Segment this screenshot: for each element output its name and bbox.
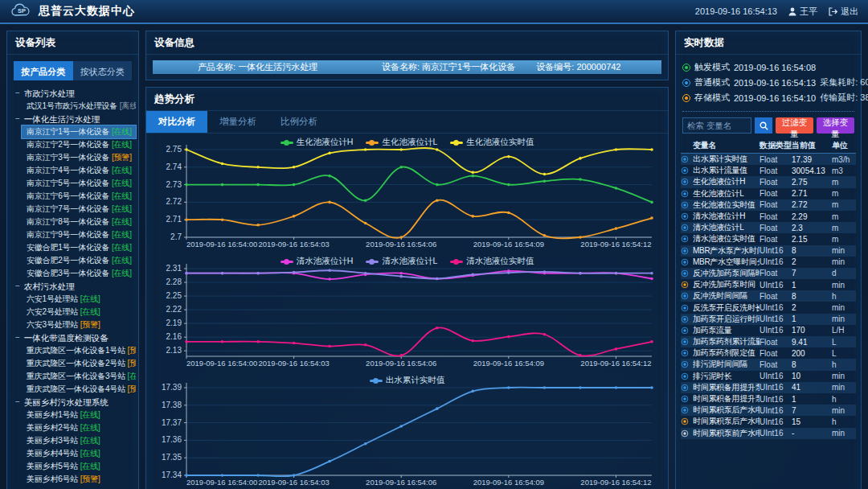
table-row[interactable]: 清水池液位实时值Float2.15m [681, 233, 856, 244]
user-menu[interactable]: 王平 [788, 6, 817, 18]
device-item[interactable]: 重庆武隆区一体化设备2号站 [预警] [22, 357, 136, 370]
variable-name: 反冲洗加药泵间隔时间 [693, 268, 760, 279]
device-item[interactable]: 南京江宁4号一体化设备 [在线] [22, 164, 136, 177]
variable-status-icon-cell [681, 315, 693, 323]
mode-extra: 采集耗时: 60 ms [820, 76, 868, 88]
device-group[interactable]: −市政污水处理 [7, 87, 138, 100]
tab-by-status[interactable]: 按状态分类 [73, 61, 133, 80]
device-item[interactable]: 美丽乡村2号站 [在线] [22, 421, 136, 434]
variable-status-icon [682, 293, 689, 300]
device-item[interactable]: 安徽合肥3号一体化设备 [在线] [22, 267, 136, 280]
device-item[interactable]: 南京江宁6号一体化设备 [在线] [22, 190, 136, 203]
table-row[interactable]: 反洗泵开启反洗时长UInt162min [681, 302, 856, 313]
device-group[interactable]: −农村污水处理 [7, 280, 138, 293]
device-item[interactable]: 重庆武隆区一体化设备3号站 [在线] [22, 370, 136, 383]
device-item[interactable]: 南京江宁1号一体化设备 [在线] [22, 125, 136, 138]
tab-compare-analysis[interactable]: 对比分析 [146, 111, 207, 133]
table-row[interactable]: 加药泵药剂累计流量Float9.41L [681, 336, 856, 347]
variable-value: 2.29 [792, 212, 832, 221]
variable-status-icon [682, 224, 689, 232]
center-column: 设备信息 产品名称: 一体化生活污水处理 设备名称: 南京江宁1号一体化设备 设… [145, 31, 669, 489]
table-row[interactable]: 时间累积泵前产水电动阀分UInt16-min [681, 428, 856, 439]
svg-text:2.31: 2.31 [166, 264, 182, 273]
variable-name: MBR产水泵产水时间分 [693, 245, 760, 257]
device-item[interactable]: 美丽乡村1号站 [在线] [22, 409, 136, 421]
tab-ratio-analysis[interactable]: 比例分析 [268, 111, 330, 133]
device-group[interactable]: −一体化带温度检测设备 [7, 331, 138, 344]
variable-status-icon [682, 384, 689, 392]
device-group[interactable]: −一体化生活污水处理 [7, 113, 138, 125]
device-item[interactable]: 安徽合肥2号一体化设备 [在线] [22, 254, 136, 267]
device-group-label: 一体化带温度检测设备 [24, 331, 108, 344]
table-row[interactable]: MBR产水泵产水时间分UInt168min [681, 245, 856, 257]
variable-value: 8 [792, 360, 832, 369]
table-row[interactable]: 清水池液位计HFloat2.29m [681, 211, 856, 222]
table-row[interactable]: MBR产水空曝时间分UInt162min [681, 257, 856, 268]
device-item[interactable]: 重庆武隆区一体化设备4号站 [预警] [22, 383, 136, 396]
trend-chart-1-svg: 2.72.712.722.732.742.752019-09-16 16:54:… [149, 135, 665, 251]
variable-name: 生化池液位实时值 [693, 199, 760, 211]
table-row[interactable]: 反冲洗加药泵间隔时间Float7d [681, 268, 856, 279]
variable-status-icon-cell [681, 292, 693, 300]
table-row[interactable]: 时间累积备用提升泵时UInt161h [681, 393, 856, 405]
table-row[interactable]: 排污泥时间间隔Float8h [681, 359, 856, 370]
variable-name: 清水池液位实时值 [693, 233, 760, 244]
device-item[interactable]: 六安1号处理站 [在线] [22, 293, 136, 306]
table-row[interactable]: 加药泵流量UInt16170L/H [681, 325, 856, 336]
device-item[interactable]: 美丽乡村5号站 [在线] [22, 460, 136, 473]
device-item[interactable]: 安徽合肥1号一体化设备 [在线] [22, 241, 136, 254]
table-row[interactable]: 出水累计实时值Float17.39m3/h [681, 154, 856, 165]
variable-type: UInt16 [760, 417, 792, 426]
variable-type: UInt16 [760, 281, 792, 290]
select-variables-button[interactable]: 选择变量 [817, 117, 854, 134]
table-row[interactable]: 时间累积泵后产水电动阀分UInt167min [681, 405, 856, 416]
variable-status-icon-cell [681, 429, 693, 438]
app-title: 思普云大数据中心 [39, 4, 135, 18]
series-清水池液位计L [186, 270, 652, 278]
table-row[interactable]: 时间累积泵后产水电动阀时UInt1615h [681, 416, 856, 427]
table-row[interactable]: 排污泥时长UInt1610min [681, 371, 856, 382]
device-item[interactable]: 美丽乡村3号站 [在线] [22, 434, 136, 447]
table-row[interactable]: 加药泵开启运行时间UInt161min [681, 314, 856, 325]
variable-unit: m [832, 178, 856, 187]
device-status-badge: [在线] [128, 372, 136, 380]
tab-by-product[interactable]: 按产品分类 [14, 61, 73, 80]
variable-name: 加药泵流量 [693, 325, 760, 336]
device-item[interactable]: 六安3号处理站 [预警] [22, 318, 136, 331]
device-item[interactable]: 六安2号处理站 [在线] [22, 306, 136, 318]
mode-row: 存储模式2019-09-16 16:54:10传输延时: 388 ms [682, 90, 854, 105]
table-row[interactable]: 反冲洗时间间隔Float8h [681, 290, 856, 302]
table-row[interactable]: 生化池液位计HFloat2.75m [681, 176, 856, 187]
variable-type: Float [760, 178, 792, 187]
variable-status-icon [682, 372, 689, 380]
tab-increment-analysis[interactable]: 增量分析 [207, 111, 268, 133]
device-group[interactable]: −美丽乡村污水处理系统 [7, 396, 138, 409]
device-item[interactable]: 南京江宁8号一体化设备 [在线] [22, 216, 136, 228]
device-item-label: 六安1号处理站 [27, 294, 80, 303]
table-row[interactable]: 加药泵药剂限定值Float200L [681, 347, 856, 359]
logout-button[interactable]: 退出 [829, 6, 858, 18]
table-row[interactable]: 生化池液位计LFloat2.71m [681, 188, 856, 199]
device-item[interactable]: 南京江宁2号一体化设备 [在线] [22, 138, 136, 151]
table-row[interactable]: 反冲洗加药泵时间UInt161min [681, 279, 856, 290]
svg-text:17.34: 17.34 [162, 471, 182, 479]
variable-status-icon [682, 247, 689, 254]
device-item[interactable]: 美丽乡村6号站 [预警] [22, 473, 136, 486]
product-name-value: 一体化生活污水处理 [238, 62, 317, 72]
filter-variables-button[interactable]: 过滤变量 [776, 117, 813, 134]
trend-chart-2-svg: 2.132.162.192.222.252.282.312019-09-16 1… [149, 254, 665, 370]
table-row[interactable]: 生化池液位实时值Float2.72m [681, 199, 856, 211]
device-item[interactable]: 美丽乡村4号站 [在线] [22, 447, 136, 460]
device-item[interactable]: 武汉1号市政污水处理设备 [离线] [22, 100, 136, 113]
table-row[interactable]: 清水池液位计LFloat2.3m [681, 222, 856, 233]
search-button[interactable] [755, 117, 772, 134]
device-item[interactable]: 南京江宁9号一体化设备 [在线] [22, 228, 136, 241]
device-item[interactable]: 南京江宁5号一体化设备 [在线] [22, 177, 136, 190]
device-item[interactable]: 南京江宁7号一体化设备 [在线] [22, 203, 136, 216]
table-row[interactable]: 时间累积备用提升泵分UInt1641min [681, 382, 856, 393]
variable-unit: min [832, 246, 856, 255]
device-item[interactable]: 重庆武隆区一体化设备1号站 [预警] [22, 344, 136, 357]
variable-search-input[interactable] [682, 117, 751, 134]
table-row[interactable]: 出水累计流量值Float30054.13m3 [681, 165, 856, 176]
device-item[interactable]: 南京江宁3号一体化设备 [预警] [22, 151, 136, 164]
